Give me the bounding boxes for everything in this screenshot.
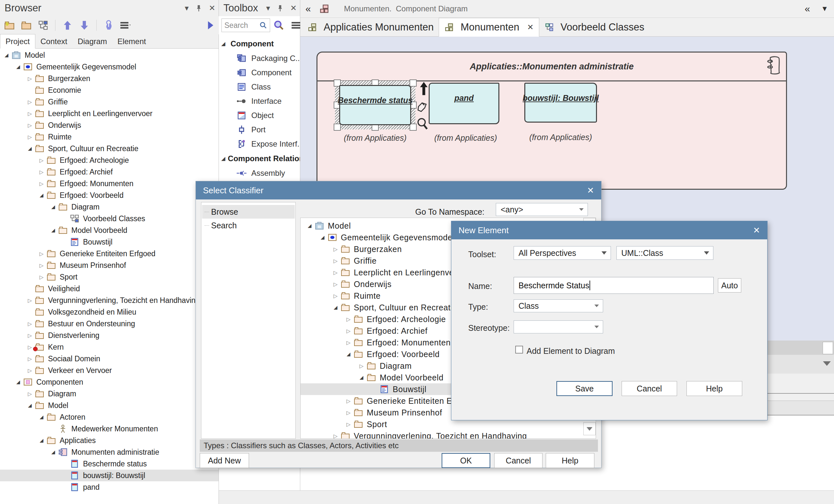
object-element[interactable]: bouwstijl: Bouwstijl xyxy=(524,83,597,123)
quicklink-arrow-icon[interactable] xyxy=(418,82,430,96)
expander-icon[interactable]: ◢ xyxy=(37,414,46,420)
expander-icon[interactable]: ▷ xyxy=(344,410,353,416)
expander-icon[interactable]: ▷ xyxy=(37,251,46,257)
toolbox-item-component[interactable]: Component xyxy=(219,66,300,80)
toolset-select[interactable]: All Perspectives xyxy=(513,246,611,260)
browser-tab-diagram[interactable]: Diagram xyxy=(72,35,112,48)
help-button[interactable]: Help xyxy=(546,453,594,468)
diagram-tab-monumenten[interactable]: Monumenten✕ xyxy=(439,18,539,37)
tree-item[interactable]: Veiligheid xyxy=(0,283,219,294)
advanced-search-icon[interactable] xyxy=(273,20,284,31)
expander-icon[interactable]: ▷ xyxy=(331,281,340,287)
collapse-left-icon[interactable]: « xyxy=(305,3,311,14)
tree-item[interactable]: ▷Verkeer en Vervoer xyxy=(0,365,219,376)
tree-item[interactable]: Beschermde status xyxy=(0,458,219,469)
quicklink-insert-icon[interactable] xyxy=(416,99,429,113)
chevron-down-icon[interactable] xyxy=(823,361,831,366)
chevron-down-icon[interactable]: ▾ xyxy=(185,4,189,13)
tree-item[interactable]: pand xyxy=(0,481,219,493)
tree-item[interactable]: ◢Model xyxy=(0,399,219,411)
expander-icon[interactable]: ◢ xyxy=(37,438,46,443)
expander-icon[interactable]: ▷ xyxy=(37,262,46,268)
expander-icon[interactable]: ◢ xyxy=(49,204,58,210)
resize-handle[interactable] xyxy=(334,124,341,131)
expander-icon[interactable]: ◢ xyxy=(25,146,35,151)
type-select[interactable]: Class xyxy=(513,299,603,312)
expander-icon[interactable]: ▷ xyxy=(25,368,35,374)
expander-icon[interactable]: ▷ xyxy=(25,298,35,304)
close-icon[interactable]: ✕ xyxy=(527,23,533,32)
tree-item[interactable]: ◢Monumenten administratie xyxy=(0,446,219,458)
model-hierarchy-icon[interactable] xyxy=(37,19,49,31)
toolbox-section-header[interactable]: ◢Component Relations xyxy=(219,151,300,166)
expander-icon[interactable]: ▷ xyxy=(25,111,35,117)
name-input[interactable]: Beschermde Status xyxy=(513,277,714,294)
move-up-icon[interactable] xyxy=(61,19,73,31)
expander-icon[interactable]: ▷ xyxy=(344,328,353,334)
tree-item[interactable]: Economie xyxy=(0,84,219,96)
ok-button[interactable]: OK xyxy=(442,453,490,468)
cancel-button[interactable]: Cancel xyxy=(494,453,543,468)
diagram-tab-applicaties-monumenten[interactable]: Applicaties Monumenten xyxy=(302,18,439,36)
save-button[interactable]: Save xyxy=(556,381,613,396)
expander-icon[interactable]: ◢ xyxy=(221,156,225,161)
pin-icon[interactable] xyxy=(277,4,283,12)
namespace-select[interactable]: <any> xyxy=(496,203,588,216)
tree-item[interactable]: ▷Erfgoed: Monumenten xyxy=(0,178,219,190)
expander-icon[interactable]: ◢ xyxy=(25,402,35,408)
tree-item[interactable]: ▷Museum Prinsenhof xyxy=(0,260,219,271)
expander-icon[interactable]: ▷ xyxy=(331,258,340,264)
tree-item[interactable]: Bouwstijl xyxy=(0,236,219,248)
expander-icon[interactable]: ◢ xyxy=(2,52,11,58)
expander-icon[interactable]: ◢ xyxy=(49,227,58,233)
tree-item[interactable]: Voorbeeld Classes xyxy=(0,213,219,224)
toolbox-item-class[interactable]: Class xyxy=(219,80,300,94)
expander-icon[interactable]: ◢ xyxy=(221,41,228,47)
tree-item[interactable]: ▷Sport xyxy=(0,271,219,283)
expander-icon[interactable]: ▷ xyxy=(344,316,353,322)
collapse-right-icon[interactable]: « xyxy=(805,3,810,14)
tree-item[interactable]: ▷Ruimte xyxy=(0,131,219,143)
close-icon[interactable]: ✕ xyxy=(209,4,215,13)
add-new-button[interactable]: Add New xyxy=(200,453,249,468)
diagram-tab-voorbeeld-classes[interactable]: Voorbeeld Classes xyxy=(539,18,650,36)
browser-tab-project[interactable]: Project xyxy=(0,34,35,49)
expander-icon[interactable]: ▷ xyxy=(37,274,46,280)
close-icon[interactable]: ✕ xyxy=(290,4,297,13)
expander-icon[interactable]: ▷ xyxy=(331,293,340,299)
auto-button[interactable]: Auto xyxy=(718,278,741,292)
object-element[interactable]: pand xyxy=(429,83,499,124)
expander-icon[interactable]: ▷ xyxy=(25,75,35,82)
dialog-title-bar[interactable]: New Element ✕ xyxy=(452,221,767,239)
tree-item[interactable]: ▷Leerplicht en Leerlingenvervoer xyxy=(0,108,219,119)
browser-tab-context[interactable]: Context xyxy=(35,35,73,48)
tree-item[interactable]: ▷Sociaal Domein xyxy=(0,353,219,365)
tree-item[interactable]: ▷Dienstverlening xyxy=(0,330,219,341)
expander-icon[interactable]: ▷ xyxy=(37,169,46,175)
expander-icon[interactable]: ▷ xyxy=(344,421,353,428)
toolbox-item-packaging-c-[interactable]: Packaging C... xyxy=(219,51,300,66)
expander-icon[interactable]: ▷ xyxy=(331,269,340,276)
expander-icon[interactable]: ▷ xyxy=(344,339,353,346)
expander-icon[interactable]: ◢ xyxy=(37,192,46,198)
expander-icon[interactable]: ▷ xyxy=(25,134,35,140)
tree-item[interactable]: ▷Bestuur en Ondersteuning xyxy=(0,318,219,330)
add-to-diagram-checkbox[interactable] xyxy=(515,346,523,353)
expander-icon[interactable]: ▷ xyxy=(25,356,35,362)
classifier-nav-browse[interactable]: Browse xyxy=(202,205,295,219)
resize-handle[interactable] xyxy=(410,124,417,131)
expander-icon[interactable]: ◢ xyxy=(49,449,58,455)
tree-item[interactable]: ◢Model Voorbeeld xyxy=(0,224,219,236)
expander-icon[interactable]: ▷ xyxy=(25,321,35,327)
expander-icon[interactable]: ◢ xyxy=(14,379,23,385)
toolbox-item-assembly[interactable]: Assembly xyxy=(219,166,300,180)
toolbox-item-expose-interf-[interactable]: Expose Interf... xyxy=(219,137,300,151)
help-button[interactable]: Help xyxy=(686,381,742,396)
tree-item[interactable]: ▷Griffie xyxy=(0,96,219,108)
expander-icon[interactable]: ▷ xyxy=(25,332,35,338)
tree-item[interactable]: bouwstijl: Bouwstijl xyxy=(0,469,219,481)
tree-item[interactable]: ▷Diagram xyxy=(0,388,219,399)
chevron-down-icon[interactable]: ▼ xyxy=(821,4,828,13)
expander-icon[interactable]: ◢ xyxy=(357,375,366,380)
quicklink-zoom-icon[interactable] xyxy=(416,116,429,131)
